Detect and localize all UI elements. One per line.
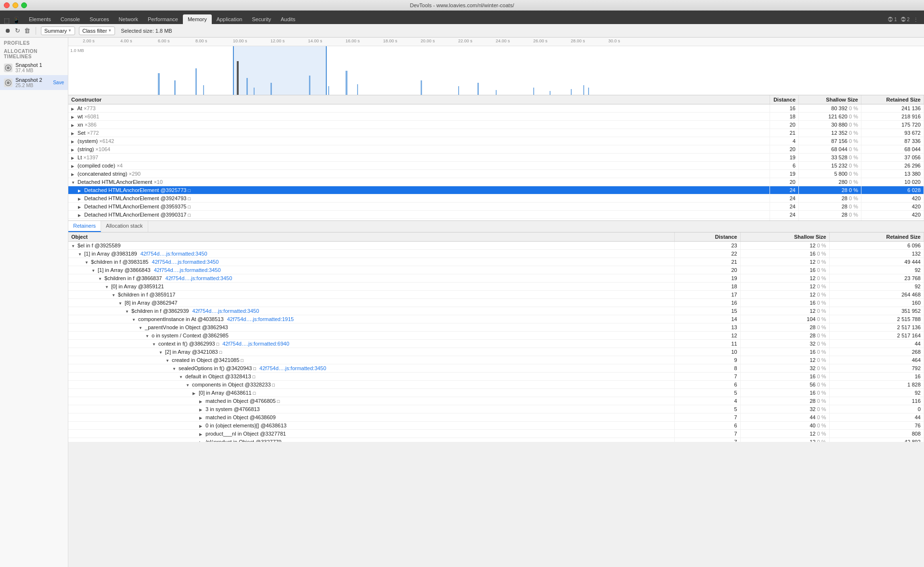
expand-icon[interactable] [159,349,164,355]
table-row[interactable]: [1] in Array @3983189 42f754d….js:format… [68,250,924,258]
table-row[interactable]: [1] in Array @3866843 42f754d….js:format… [68,266,924,274]
tab-application[interactable]: Application [212,14,247,24]
table-row[interactable]: $children in f @3862939 42f754d….js:form… [68,307,924,315]
expand-icon[interactable] [78,187,83,193]
table-row[interactable]: /nl/:product in Object @3327779 712 0 %4… [68,438,924,442]
expand-icon[interactable] [199,414,204,420]
table-row[interactable]: xn ×386 20 30 880 0 % 175 720 [68,121,924,129]
table-row[interactable]: (string) ×1064 20 68 044 0 % 68 044 [68,145,924,154]
col-header-object[interactable]: Object [68,232,675,242]
expand-icon[interactable] [132,316,137,322]
table-row[interactable]: 0 in {object elements}[] @4638613 640 0 … [68,422,924,430]
expand-icon[interactable] [71,138,76,144]
table-row-selected[interactable]: Detached HTMLAnchorElement @3925773 □ 24… [68,186,924,194]
table-row[interactable]: product___nl in Object @3327781 712 0 %8… [68,430,924,438]
expand-icon[interactable] [71,171,76,177]
expand-icon[interactable] [78,212,83,218]
tab-console[interactable]: Console [56,14,85,24]
tab-allocation-stack[interactable]: Allocation stack [101,221,148,232]
table-row[interactable]: Lt ×1397 19 33 528 0 % 37 056 [68,154,924,162]
col-header-constructor[interactable]: Constructor [68,95,770,104]
expand-icon[interactable] [152,341,157,347]
expand-icon[interactable] [125,308,130,314]
col-header-shallow-size[interactable]: Shallow Size [740,232,829,242]
expand-icon[interactable] [71,163,76,168]
table-row[interactable]: (concatenated string) ×290 19 5 800 0 % … [68,170,924,178]
snapshot-2-save-button[interactable]: Save [53,80,64,85]
expand-icon[interactable] [98,275,103,281]
tab-retainers[interactable]: Retainers [68,221,101,232]
expand-icon[interactable] [179,374,184,379]
table-row[interactable]: Detached HTMLAnchorElement @3959375 □ 24… [68,203,924,211]
expand-icon[interactable] [71,114,76,119]
table-row[interactable]: o in system / Context @3862985 1228 0 %2… [68,332,924,340]
table-row[interactable]: $el in f @3925589 2312 0 %6 096 [68,242,924,250]
snapshot-1-item[interactable]: Snapshot 1 37.4 MB [0,60,68,75]
table-row[interactable]: Detached HTMLAnchorElement ×10 20 280 0 … [68,178,924,186]
expand-icon[interactable] [105,284,110,289]
clear-button[interactable]: 🗑 [23,27,31,35]
summary-dropdown[interactable]: Summary ▼ [41,26,75,35]
minimize-button[interactable] [13,2,18,8]
expand-icon[interactable] [166,357,170,363]
expand-icon[interactable] [199,398,204,404]
expand-icon[interactable] [78,195,83,201]
table-row[interactable]: [2] in Array @3421083 □ 1016 0 %268 [68,348,924,356]
table-row[interactable]: (system) ×6142 4 87 156 0 % 87 336 [68,137,924,145]
table-row[interactable]: $children in f @3983185 42f754d….js:form… [68,258,924,266]
table-row[interactable]: Detached HTMLAnchorElement @3924793 □ 24… [68,194,924,203]
table-row[interactable]: default in Object @3328413 □ 716 0 %16 [68,373,924,381]
table-row[interactable]: Detached HTMLAnchorElement @3990317 □ 24… [68,211,924,219]
expand-icon[interactable] [199,439,204,442]
tab-memory[interactable]: Memory [183,14,212,24]
expand-icon[interactable] [145,333,150,338]
tab-security[interactable]: Security [247,14,276,24]
table-row[interactable]: componentInstance in At @4038513 42f754d… [68,315,924,323]
tab-performance[interactable]: Performance [143,14,183,24]
expand-icon[interactable] [112,292,116,297]
inspect-icon[interactable]: ⬚ [4,17,10,24]
expand-icon[interactable] [71,130,76,136]
maximize-button[interactable] [21,2,27,8]
expand-icon[interactable] [71,105,76,111]
tab-elements[interactable]: Elements [24,14,56,24]
class-filter-dropdown[interactable]: Class filter ▼ [79,26,115,35]
col-header-retained-size[interactable]: Retained Size [861,95,924,104]
expand-icon[interactable] [199,431,204,437]
timeline-content[interactable]: 1.0 MB [68,46,924,95]
refresh-button[interactable]: ↻ [13,27,21,35]
table-row[interactable]: context in f() @3862993 □ 42f754d….js:fo… [68,340,924,348]
expand-icon[interactable] [71,155,76,160]
expand-icon[interactable] [172,365,177,371]
table-row[interactable]: [0] in Array @3859121 1812 0 %92 [68,283,924,291]
expand-icon[interactable] [85,259,90,265]
table-row[interactable]: matched in Object @4638609 744 0 %44 [68,413,924,422]
table-row[interactable]: matched in Object @4766805 □ 428 0 %116 [68,397,924,405]
expand-icon[interactable] [71,179,76,185]
tab-audits[interactable]: Audits [276,14,300,24]
close-button[interactable] [4,2,10,8]
expand-icon[interactable] [71,122,76,128]
record-button[interactable]: ⏺ [4,27,12,35]
expand-icon[interactable] [186,382,191,387]
table-row[interactable]: (compiled code) ×4 6 15 232 0 % 26 296 [68,162,924,170]
table-row[interactable]: sealedOptions in f() @3420943 □ 42f754d…… [68,364,924,373]
expand-icon[interactable] [78,204,83,209]
upper-table-wrapper[interactable]: Constructor Distance Shallow Size Retain… [68,95,924,220]
table-row[interactable]: [0] in Array @4638611 □ 516 0 %92 [68,389,924,397]
table-row[interactable]: components in Object @3328233 □ 656 0 %1… [68,381,924,389]
col-header-shallow-size[interactable]: Shallow Size [799,95,861,104]
expand-icon[interactable] [199,423,204,428]
device-icon[interactable]: 📱 [13,17,20,24]
col-header-distance[interactable]: Distance [770,95,799,104]
col-header-retained-size[interactable]: Retained Size [829,232,924,242]
bottom-content[interactable]: Object Distance Shallow Size Retained Si… [68,232,924,442]
snapshot-2-item[interactable]: Snapshot 2 25.2 MB Save [0,75,68,90]
tab-sources[interactable]: Sources [85,14,114,24]
table-row[interactable]: 3 in system @4766813 532 0 %0 [68,405,924,413]
table-row[interactable]: [8] in Array @3862947 1616 0 %160 [68,299,924,307]
expand-icon[interactable] [71,146,76,152]
table-row[interactable]: wt ×6081 18 121 620 0 % 218 916 [68,113,924,121]
table-row[interactable]: $children in f @3866837 42f754d….js:form… [68,274,924,283]
table-row[interactable]: _parentVnode in Object @3862943 1328 0 %… [68,323,924,332]
